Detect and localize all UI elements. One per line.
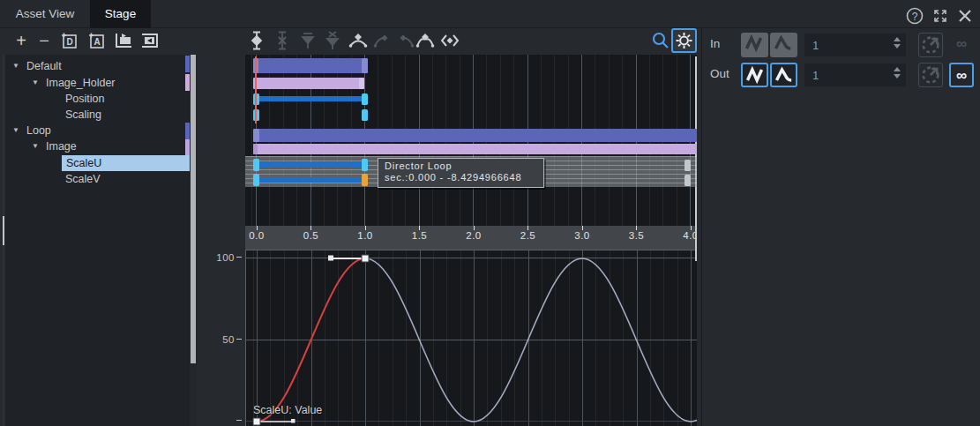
out-infinity-button[interactable]: ∞	[949, 63, 974, 87]
tree-item-label: ScaleU	[66, 157, 101, 169]
spinner-up-icon[interactable]	[894, 37, 901, 41]
expand-arrow-icon[interactable]: ▼	[30, 75, 41, 91]
svg-text:?: ?	[912, 11, 918, 23]
add-actor-button[interactable]: A	[86, 30, 107, 51]
tab-asset-view[interactable]: Asset View	[0, 0, 90, 28]
out-spinner[interactable]	[894, 67, 901, 78]
left-scrollbar-thumb[interactable]	[3, 216, 4, 245]
tree-item-image-holder[interactable]: ▼ Image_Holder	[5, 75, 190, 91]
bar-image-holder[interactable]	[253, 78, 364, 89]
insert-bar-button[interactable]	[113, 30, 134, 51]
keyframe-cap[interactable]	[362, 159, 368, 171]
keyframe-cap[interactable]	[253, 174, 259, 186]
tree-item-label: Scaling	[65, 108, 101, 121]
keyframe-cap-orange[interactable]	[362, 174, 368, 186]
bar-loop[interactable]	[253, 129, 697, 142]
remove-bar-button[interactable]	[139, 30, 161, 51]
svg-text:D: D	[66, 37, 72, 47]
curve-smooth-icon[interactable]	[348, 30, 369, 51]
key-filter-icon[interactable]	[297, 30, 318, 51]
ruler-tick-label: 0.0	[245, 230, 274, 241]
tree-item-loop[interactable]: ▼ Loop	[5, 123, 190, 138]
settings-gear-button[interactable]	[671, 28, 697, 53]
expand-arrow-icon[interactable]: ▼	[11, 123, 21, 138]
out-extrapolate-curve-button[interactable]	[770, 63, 797, 87]
spinner-down-icon[interactable]	[894, 74, 901, 78]
delete-key-icon[interactable]	[272, 30, 293, 51]
bar-cap[interactable]	[253, 129, 259, 142]
tree-item-label: Position	[65, 93, 104, 105]
spinner-up-icon[interactable]	[894, 67, 901, 71]
tree-item-label: Image	[46, 140, 77, 153]
curve-extrapolated	[365, 258, 697, 422]
tree-item-scaling[interactable]: Scaling	[5, 107, 190, 123]
bar-default[interactable]	[253, 58, 368, 73]
remove-track-button[interactable]: −	[34, 30, 55, 51]
bar-image[interactable]	[253, 144, 697, 154]
tab-stage[interactable]: Stage	[90, 0, 151, 28]
out-repeat-count-input[interactable]	[804, 64, 906, 86]
dopesheet-panel[interactable]: Director Loop sec.:0.000 - -8.4294966648	[245, 55, 697, 226]
keyframe-cap[interactable]	[362, 109, 368, 121]
tree-item-scalev[interactable]: ScaleV	[5, 171, 190, 187]
close-icon[interactable]	[955, 6, 975, 26]
in-label: In	[710, 37, 720, 50]
in-repeat-count-field[interactable]	[804, 34, 906, 56]
tree-item-label: Loop	[26, 124, 51, 137]
in-infinity-button[interactable]: ∞	[949, 33, 974, 57]
ruler-tick-label: 3.0	[565, 230, 600, 241]
out-extrapolate-linear-button[interactable]	[741, 63, 768, 87]
tree-item-scaleu-selected[interactable]: ScaleU	[62, 155, 191, 171]
search-icon[interactable]	[650, 30, 671, 51]
curve-ease-in-icon[interactable]	[371, 30, 393, 51]
in-repeat-count-input[interactable]	[804, 34, 906, 56]
tree-item-position[interactable]: Position	[5, 91, 190, 107]
curve-editor-panel[interactable]: ScaleU: Value	[245, 250, 697, 426]
bar-scalev[interactable]	[256, 177, 365, 183]
ruler-tick-label: 0.5	[294, 230, 329, 241]
infinity-icon: ∞	[951, 64, 972, 87]
bar-position[interactable]	[256, 96, 365, 101]
keyframe-cap[interactable]	[362, 93, 368, 105]
keyframe-cap[interactable]	[253, 159, 259, 171]
in-extrapolate-curve-button[interactable]	[770, 33, 797, 57]
in-spinner[interactable]	[894, 37, 901, 49]
tree-item-default[interactable]: ▼ Default	[5, 58, 190, 74]
curve-ease-out-icon[interactable]	[395, 30, 416, 51]
spinner-down-icon[interactable]	[894, 44, 901, 49]
tree-item-image[interactable]: ▼ Image	[5, 138, 190, 154]
curve-selected-segment	[257, 258, 365, 422]
insert-key-icon[interactable]	[246, 30, 267, 51]
add-director-button[interactable]: D	[58, 30, 79, 51]
ruler-tick-label: 1.5	[402, 230, 438, 241]
tree-item-label: Default	[26, 60, 62, 72]
bar-cap[interactable]	[253, 144, 258, 154]
curve-ease-both-icon[interactable]	[415, 30, 436, 51]
tree-item-label: Image_Holder	[46, 77, 116, 89]
tangent-handle-knob	[328, 256, 333, 261]
tree-scrollbar-thumb[interactable]	[191, 55, 196, 363]
bar-cap[interactable]	[359, 78, 364, 89]
key-range-icon[interactable]	[439, 30, 460, 51]
add-track-button[interactable]: +	[11, 30, 32, 51]
keyframe-cap-end[interactable]	[685, 175, 691, 186]
in-cycle-button[interactable]	[918, 33, 943, 57]
keyframe-point	[362, 255, 369, 262]
playhead[interactable]	[255, 56, 257, 123]
bar-scaleu[interactable]	[256, 162, 365, 168]
out-repeat-count-field[interactable]	[804, 64, 906, 86]
tooltip-title: Director Loop	[385, 161, 537, 171]
in-extrapolate-linear-button[interactable]	[741, 33, 768, 57]
expand-arrow-icon[interactable]: ▼	[30, 138, 41, 154]
bar-cap[interactable]	[362, 58, 368, 73]
maximize-icon[interactable]	[931, 6, 950, 26]
expand-arrow-icon[interactable]: ▼	[11, 58, 21, 74]
out-cycle-button[interactable]	[918, 63, 943, 87]
keyframe-cap-end[interactable]	[685, 160, 691, 171]
ruler-tick-label: 3.5	[619, 230, 655, 241]
ruler-tick-label: 2.5	[511, 230, 546, 241]
time-ruler[interactable]: 0.0 0.5 1.0 1.5 2.0 2.5 3.0 3.5 4.0	[245, 226, 697, 250]
help-icon[interactable]: ?	[905, 6, 924, 26]
layer-tree-panel: ▼ Default ▼ Image_Holder Position Scalin…	[5, 55, 197, 426]
delete-filtered-keys-icon[interactable]	[322, 30, 343, 51]
